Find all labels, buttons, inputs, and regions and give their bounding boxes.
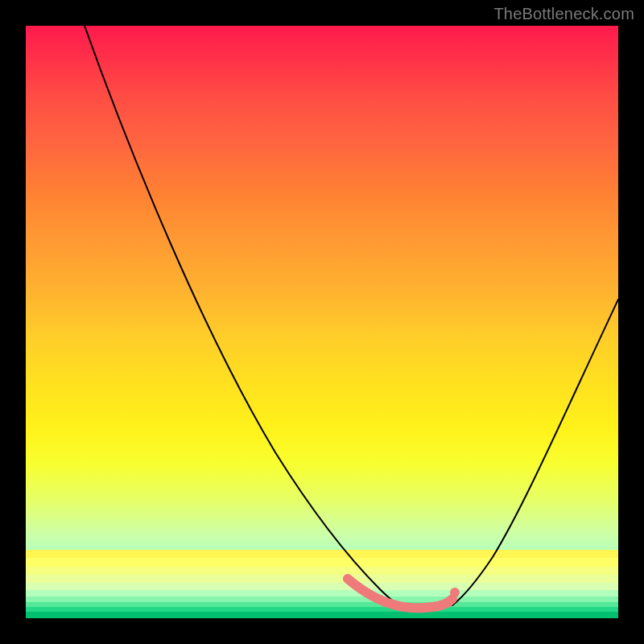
left-curve bbox=[85, 26, 398, 605]
curves-svg bbox=[26, 26, 618, 618]
bottom-run bbox=[348, 579, 452, 608]
chart-frame: TheBottleneck.com bbox=[0, 0, 644, 644]
plot-area bbox=[26, 26, 618, 618]
right-curve bbox=[452, 299, 618, 605]
watermark-text: TheBottleneck.com bbox=[493, 5, 634, 23]
bottom-run-dot bbox=[450, 588, 460, 597]
